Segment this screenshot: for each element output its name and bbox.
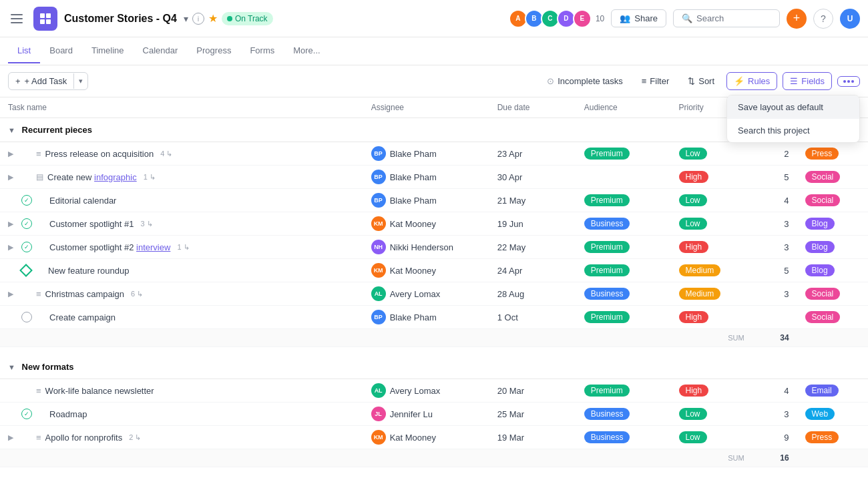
- audience-cell: Premium: [576, 236, 671, 259]
- task-name-link[interactable]: interview: [136, 242, 170, 252]
- priority-cell: Low: [671, 426, 750, 449]
- tab-calendar[interactable]: Calendar: [134, 39, 188, 63]
- info-icon[interactable]: i: [192, 13, 204, 25]
- dropdown-save-layout[interactable]: Save layout as default: [727, 95, 859, 119]
- audience-cell: Premium: [576, 259, 671, 282]
- more-options-button[interactable]: [837, 76, 860, 87]
- table-row[interactable]: ▶ ≡ Christmas campaign 6 ↳ AL Avery Loma…: [0, 282, 868, 306]
- tag-cell: Blog: [797, 259, 868, 282]
- tab-progress[interactable]: Progress: [187, 39, 240, 63]
- assignee-avatar: KM: [371, 216, 386, 231]
- add-task-dropdown-icon[interactable]: ▾: [73, 73, 87, 89]
- tab-forms[interactable]: Forms: [240, 39, 284, 63]
- star-icon[interactable]: ★: [208, 12, 218, 25]
- fields-button[interactable]: ☰ Fields: [783, 72, 832, 90]
- due-date: 19 Jun: [489, 212, 576, 236]
- status-badge: On Track: [222, 12, 273, 25]
- expand-icon[interactable]: ▶: [8, 243, 17, 252]
- due-date: 30 Apr: [489, 166, 576, 189]
- section-expand-icon[interactable]: ▼: [8, 363, 15, 371]
- svg-rect-3: [46, 19, 51, 24]
- due-date: 25 Mar: [489, 403, 576, 426]
- status-complete-icon: [21, 218, 32, 229]
- expand-icon[interactable]: ▶: [8, 433, 17, 442]
- tag-cell: Email: [797, 379, 868, 403]
- toolbar: + + Add Task ▾ ⊙ Incomplete tasks ≡ Filt…: [0, 65, 868, 97]
- expand-icon[interactable]: ▶: [8, 290, 17, 298]
- subtask-count: 3 ↳: [140, 220, 152, 228]
- tab-list[interactable]: List: [8, 39, 40, 63]
- expand-icon[interactable]: ▶: [8, 220, 17, 228]
- fields-icon: ☰: [790, 76, 798, 86]
- num-cell: 5: [750, 166, 797, 189]
- assignee-name: Kat Mooney: [390, 266, 436, 276]
- task-name: Press release on acquisition: [45, 149, 154, 159]
- subtask-count: 1 ↳: [144, 173, 156, 182]
- svg-rect-2: [40, 19, 45, 24]
- avatar-group[interactable]: A B C D E 10: [509, 9, 604, 28]
- table-row[interactable]: Editorial calendar BP Blake Pham 21 May …: [0, 189, 868, 212]
- tag-cell: Press: [797, 142, 868, 166]
- expand-icon[interactable]: ▶: [8, 150, 17, 158]
- hamburger-menu[interactable]: [8, 9, 27, 28]
- task-name: Customer spotlight #1: [49, 219, 134, 229]
- table-container: Task name Assignee Due date Audience Pri…: [0, 97, 868, 486]
- audience-cell: Business: [576, 403, 671, 426]
- tab-more[interactable]: More...: [284, 39, 329, 63]
- priority-cell: Low: [671, 189, 750, 212]
- incomplete-tasks-button[interactable]: ⊙ Incomplete tasks: [540, 73, 630, 89]
- fields-label: Fields: [801, 76, 825, 86]
- dropdown-chevron-icon[interactable]: ▾: [184, 13, 188, 24]
- table-row[interactable]: ▶ ≡ Apollo for nonprofits 2 ↳ KM Kat Moo…: [0, 426, 868, 449]
- tab-timeline[interactable]: Timeline: [82, 39, 134, 63]
- task-name-link[interactable]: infographic: [94, 172, 137, 182]
- priority-cell: High: [671, 379, 750, 403]
- table-row[interactable]: Roadmap JL Jennifer Lu 25 Mar Business L…: [0, 403, 868, 426]
- rules-button[interactable]: ⚡ Rules: [726, 72, 777, 90]
- tasks-table: Task name Assignee Due date Audience Pri…: [0, 97, 868, 475]
- audience-chip: Business: [584, 431, 630, 443]
- help-button[interactable]: ?: [813, 9, 833, 29]
- sort-button[interactable]: ⇅ Sort: [681, 73, 721, 89]
- table-row[interactable]: ▶ ▤ Create new infographic 1 ↳ BP Blake …: [0, 166, 868, 189]
- section-expand-icon[interactable]: ▼: [8, 126, 15, 134]
- table-row[interactable]: ▶ ≡ Press release on acquisition 4 ↳ BP …: [0, 142, 868, 166]
- assignee-cell: KM Kat Mooney: [371, 263, 481, 278]
- assignee-name: Blake Pham: [390, 312, 437, 322]
- toolbar-right: ⊙ Incomplete tasks ≡ Filter ⇅ Sort ⚡ Rul…: [540, 72, 860, 90]
- table-row[interactable]: ≡ Work-life balance newsletter AL Avery …: [0, 379, 868, 403]
- table-row[interactable]: ▶ Customer spotlight #1 3 ↳ KM Kat Moone…: [0, 212, 868, 236]
- spacer-row: [0, 347, 868, 356]
- audience-cell: Business: [576, 426, 671, 449]
- table-row[interactable]: New feature roundup KM Kat Mooney 24 Apr…: [0, 259, 868, 282]
- sort-label: Sort: [698, 76, 714, 86]
- status-complete-icon: [21, 195, 32, 206]
- search-input[interactable]: 🔍 Search: [673, 9, 780, 27]
- dot1: [843, 80, 846, 83]
- table-row[interactable]: Create campaign BP Blake Pham 1 Oct Prem…: [0, 306, 868, 329]
- due-date: 19 Mar: [489, 426, 576, 449]
- add-task-button[interactable]: + + Add Task ▾: [8, 72, 88, 90]
- share-button[interactable]: 👥 Share: [611, 9, 666, 27]
- project-title: Customer Stories - Q4: [64, 13, 177, 25]
- filter-button[interactable]: ≡ Filter: [635, 73, 676, 89]
- table-row[interactable]: ▶ Customer spotlight #2 interview 1 ↳ NH…: [0, 236, 868, 259]
- dropdown-menu: Save layout as default Search this proje…: [726, 95, 860, 143]
- create-button[interactable]: +: [787, 9, 807, 29]
- user-avatar[interactable]: U: [840, 9, 860, 29]
- assignee-name: Kat Mooney: [390, 433, 436, 443]
- assignee-cell: NH Nikki Henderson: [371, 240, 481, 254]
- due-date: 21 May: [489, 189, 576, 212]
- dropdown-search-project[interactable]: Search this project: [727, 119, 859, 142]
- status-label: On Track: [235, 14, 268, 23]
- assignee-avatar: BP: [371, 170, 386, 184]
- task-name: Apollo for nonprofits: [45, 433, 123, 443]
- priority-chip: Medium: [679, 264, 721, 276]
- expand-icon[interactable]: ▶: [8, 173, 17, 182]
- priority-cell: High: [671, 236, 750, 259]
- subtask-count: 1 ↳: [177, 243, 189, 252]
- header-task-name: Task name: [0, 97, 363, 118]
- due-date: 22 May: [489, 236, 576, 259]
- tab-board[interactable]: Board: [40, 39, 82, 63]
- subtask-count: 6 ↳: [131, 290, 143, 298]
